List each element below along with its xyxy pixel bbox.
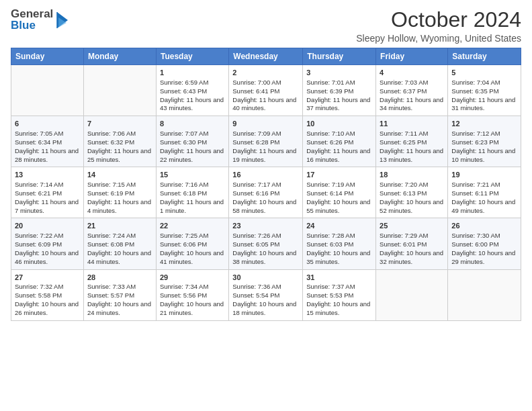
sunset-text: Sunset: 6:39 PM (306, 87, 353, 95)
daylight-text: Daylight: 11 hours and 40 minutes. (232, 96, 296, 112)
day-number: 19 (451, 170, 517, 180)
calendar-cell: 11Sunrise: 7:11 AMSunset: 6:25 PMDayligh… (376, 116, 448, 167)
day-number: 29 (160, 273, 225, 283)
day-number: 30 (232, 273, 299, 283)
logo-blue: Blue (11, 19, 53, 31)
week-row-1: 1Sunrise: 6:59 AMSunset: 6:43 PMDaylight… (11, 65, 521, 116)
header-sunday: Sunday (11, 48, 84, 65)
daylight-text: Daylight: 10 hours and 58 minutes. (232, 198, 296, 214)
sunset-text: Sunset: 6:16 PM (232, 189, 279, 197)
calendar-cell (376, 269, 448, 320)
calendar-cell: 28Sunrise: 7:33 AMSunset: 5:57 PMDayligh… (83, 269, 156, 320)
sunrise-text: Sunrise: 7:01 AM (306, 79, 355, 86)
calendar-cell: 7Sunrise: 7:06 AMSunset: 6:32 PMDaylight… (83, 116, 156, 167)
sunrise-text: Sunrise: 7:11 AM (380, 130, 428, 137)
calendar-cell: 26Sunrise: 7:30 AMSunset: 6:00 PMDayligh… (448, 218, 521, 269)
daylight-text: Daylight: 10 hours and 44 minutes. (87, 249, 151, 265)
calendar-cell: 2Sunrise: 7:00 AMSunset: 6:41 PMDaylight… (229, 65, 303, 116)
daylight-text: Daylight: 11 hours and 4 minutes. (87, 198, 151, 214)
daylight-text: Daylight: 10 hours and 15 minutes. (306, 300, 370, 316)
day-number: 9 (232, 119, 299, 129)
calendar-cell: 24Sunrise: 7:28 AMSunset: 6:03 PMDayligh… (303, 218, 376, 269)
sunset-text: Sunset: 6:41 PM (232, 87, 279, 95)
sunset-text: Sunset: 6:28 PM (232, 138, 279, 146)
sunset-text: Sunset: 5:57 PM (87, 291, 134, 299)
calendar-cell (83, 65, 156, 116)
sunset-text: Sunset: 5:54 PM (232, 291, 279, 299)
sunset-text: Sunset: 5:53 PM (306, 291, 353, 299)
calendar-cell: 4Sunrise: 7:03 AMSunset: 6:37 PMDaylight… (376, 65, 448, 116)
day-number: 24 (306, 221, 372, 231)
day-number: 22 (160, 221, 225, 231)
sunrise-text: Sunrise: 7:33 AM (87, 283, 136, 290)
daylight-text: Daylight: 11 hours and 1 minute. (160, 198, 224, 214)
day-number: 12 (451, 119, 517, 129)
daylight-text: Daylight: 10 hours and 38 minutes. (232, 249, 296, 265)
sunset-text: Sunset: 6:14 PM (306, 189, 353, 197)
header-monday: Monday (83, 48, 156, 65)
page: General Blue October 2024 Sleepy Hollow,… (0, 0, 532, 326)
daylight-text: Daylight: 10 hours and 26 minutes. (15, 300, 79, 316)
calendar-cell: 21Sunrise: 7:24 AMSunset: 6:08 PMDayligh… (83, 218, 156, 269)
daylight-text: Daylight: 10 hours and 46 minutes. (15, 249, 79, 265)
daylight-text: Daylight: 11 hours and 43 minutes. (160, 96, 224, 112)
day-number: 21 (87, 221, 152, 231)
sunrise-text: Sunrise: 7:03 AM (380, 79, 428, 86)
sunset-text: Sunset: 6:26 PM (306, 138, 353, 146)
sunrise-text: Sunrise: 7:20 AM (380, 181, 428, 188)
calendar-cell: 13Sunrise: 7:14 AMSunset: 6:21 PMDayligh… (11, 167, 84, 218)
calendar-cell: 8Sunrise: 7:07 AMSunset: 6:30 PMDaylight… (156, 116, 228, 167)
week-row-4: 20Sunrise: 7:22 AMSunset: 6:09 PMDayligh… (11, 218, 521, 269)
sunrise-text: Sunrise: 7:22 AM (15, 232, 63, 239)
day-number: 2 (232, 68, 299, 78)
daylight-text: Daylight: 10 hours and 41 minutes. (160, 249, 224, 265)
calendar-cell: 29Sunrise: 7:34 AMSunset: 5:56 PMDayligh… (156, 269, 228, 320)
location: Sleepy Hollow, Wyoming, United States (356, 33, 521, 44)
sunset-text: Sunset: 6:32 PM (87, 138, 134, 146)
sunset-text: Sunset: 6:18 PM (160, 189, 207, 197)
daylight-text: Daylight: 10 hours and 32 minutes. (380, 249, 443, 265)
calendar-cell: 5Sunrise: 7:04 AMSunset: 6:35 PMDaylight… (448, 65, 521, 116)
daylight-text: Daylight: 11 hours and 34 minutes. (380, 96, 443, 112)
daylight-text: Daylight: 11 hours and 37 minutes. (306, 96, 370, 112)
sunset-text: Sunset: 6:08 PM (87, 240, 134, 248)
calendar-cell: 1Sunrise: 6:59 AMSunset: 6:43 PMDaylight… (156, 65, 228, 116)
weekday-header-row: Sunday Monday Tuesday Wednesday Thursday… (11, 48, 521, 65)
daylight-text: Daylight: 10 hours and 35 minutes. (306, 249, 370, 265)
calendar-cell: 14Sunrise: 7:15 AMSunset: 6:19 PMDayligh… (83, 167, 156, 218)
sunset-text: Sunset: 6:06 PM (160, 240, 207, 248)
daylight-text: Daylight: 11 hours and 7 minutes. (15, 198, 79, 214)
sunset-text: Sunset: 6:25 PM (380, 138, 427, 146)
daylight-text: Daylight: 11 hours and 19 minutes. (232, 147, 296, 163)
sunset-text: Sunset: 6:37 PM (380, 87, 427, 95)
sunrise-text: Sunrise: 7:25 AM (160, 232, 208, 239)
daylight-text: Daylight: 10 hours and 29 minutes. (451, 249, 515, 265)
calendar-cell (11, 65, 84, 116)
day-number: 13 (15, 170, 80, 180)
sunset-text: Sunset: 6:13 PM (380, 189, 427, 197)
day-number: 4 (380, 68, 444, 78)
sunrise-text: Sunrise: 7:32 AM (15, 283, 63, 290)
daylight-text: Daylight: 10 hours and 18 minutes. (232, 300, 296, 316)
daylight-text: Daylight: 11 hours and 22 minutes. (160, 147, 224, 163)
header-thursday: Thursday (303, 48, 376, 65)
day-number: 5 (451, 68, 517, 78)
calendar-cell: 31Sunrise: 7:37 AMSunset: 5:53 PMDayligh… (303, 269, 376, 320)
sunset-text: Sunset: 5:56 PM (160, 291, 207, 299)
sunrise-text: Sunrise: 7:36 AM (232, 283, 281, 290)
sunset-text: Sunset: 6:23 PM (451, 138, 498, 146)
sunrise-text: Sunrise: 7:37 AM (306, 283, 355, 290)
sunrise-text: Sunrise: 7:16 AM (160, 181, 208, 188)
sunrise-text: Sunrise: 7:34 AM (160, 283, 208, 290)
logo: General Blue (11, 8, 69, 31)
calendar-cell: 18Sunrise: 7:20 AMSunset: 6:13 PMDayligh… (376, 167, 448, 218)
day-number: 7 (87, 119, 152, 129)
sunrise-text: Sunrise: 7:26 AM (232, 232, 281, 239)
day-number: 16 (232, 170, 299, 180)
day-number: 31 (306, 273, 372, 283)
sunrise-text: Sunrise: 7:30 AM (451, 232, 500, 239)
sunset-text: Sunset: 6:05 PM (232, 240, 279, 248)
title-block: October 2024 Sleepy Hollow, Wyoming, Uni… (356, 8, 521, 44)
calendar-cell: 3Sunrise: 7:01 AMSunset: 6:39 PMDaylight… (303, 65, 376, 116)
day-number: 11 (380, 119, 444, 129)
